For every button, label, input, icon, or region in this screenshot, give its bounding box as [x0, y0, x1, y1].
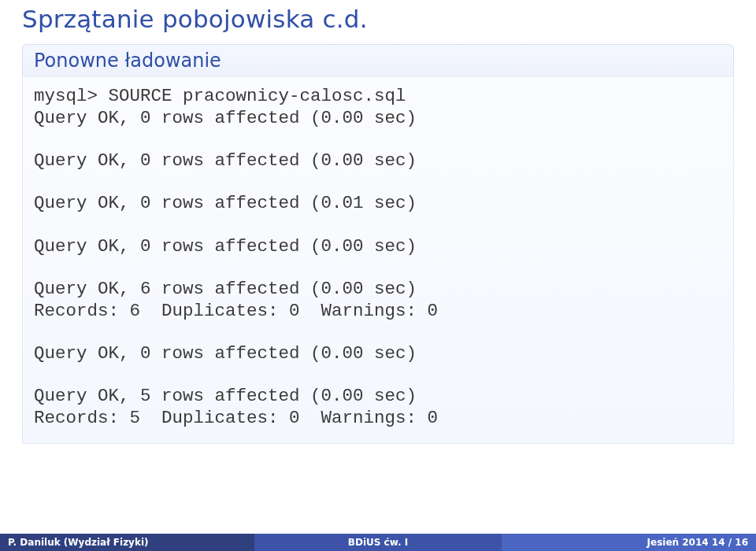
footer-title: BDiUS ćw. I: [254, 534, 501, 551]
footer-author: P. Daniluk (Wydział Fizyki): [0, 534, 254, 551]
code-line: Query OK, 5 rows affected (0.00 sec): [34, 385, 722, 407]
blank-line: [34, 322, 722, 342]
blank-line: [34, 129, 722, 150]
block-header: Ponowne ładowanie: [22, 44, 734, 76]
blank-line: [34, 215, 722, 235]
code-line: Query OK, 6 rows affected (0.00 sec): [34, 278, 722, 300]
example-block: Ponowne ładowanie mysql> SOURCE pracowni…: [22, 44, 734, 444]
blank-line: [34, 172, 722, 192]
code-line: Query OK, 0 rows affected (0.00 sec): [34, 342, 722, 364]
slide: Sprzątanie pobojowiska c.d. Ponowne łado…: [0, 0, 756, 551]
footer-page: Jesień 2014 14 / 16: [502, 534, 756, 551]
code-line: Query OK, 0 rows affected (0.00 sec): [34, 107, 722, 129]
code-line: Query OK, 0 rows affected (0.00 sec): [34, 150, 722, 172]
blank-line: [34, 364, 722, 385]
footer: P. Daniluk (Wydział Fizyki) BDiUS ćw. I …: [0, 534, 756, 551]
slide-title: Sprzątanie pobojowiska c.d.: [22, 5, 734, 33]
code-line: Records: 5 Duplicates: 0 Warnings: 0: [34, 407, 722, 429]
block-body: mysql> SOURCE pracownicy-calosc.sql Quer…: [22, 76, 734, 444]
blank-line: [34, 257, 722, 278]
code-line: mysql> SOURCE pracownicy-calosc.sql: [34, 85, 722, 107]
code-line: Query OK, 0 rows affected (0.01 sec): [34, 192, 722, 214]
code-line: Records: 6 Duplicates: 0 Warnings: 0: [34, 300, 722, 322]
code-line: Query OK, 0 rows affected (0.00 sec): [34, 235, 722, 257]
